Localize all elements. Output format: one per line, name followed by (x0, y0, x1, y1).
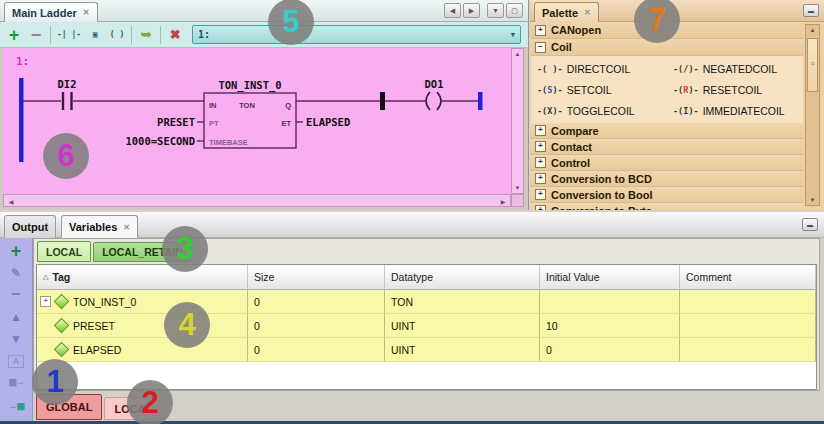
expand-icon[interactable]: + (40, 296, 51, 307)
scroll-right-icon[interactable]: ▶ (498, 198, 508, 205)
palette-category-contact[interactable]: + Contact (531, 139, 803, 155)
scroll-up-icon[interactable]: ▲ (806, 27, 819, 33)
datatype-cell[interactable]: UINT (385, 314, 540, 337)
initial-value-cell[interactable] (540, 290, 680, 313)
ladder-horizontal-scrollbar[interactable]: ◀ ▶ (3, 194, 511, 207)
column-header-comment[interactable]: Comment (680, 265, 816, 289)
expand-icon[interactable]: + (535, 25, 546, 36)
column-header-size[interactable]: Size (248, 265, 385, 289)
tab-main-ladder[interactable]: Main Ladder ✕ (4, 2, 98, 22)
datatype-cell[interactable]: TON (385, 290, 540, 313)
palette-category-conversion-bcd[interactable]: + Conversion to BCD (531, 171, 803, 187)
remove-variable-button[interactable]: − (4, 285, 28, 305)
block-instance-label[interactable]: TON_INST_0 (218, 79, 281, 92)
tag-cell[interactable]: ELAPSED (37, 338, 248, 361)
contact-symbol[interactable] (63, 92, 72, 110)
comment-cell[interactable] (680, 314, 816, 337)
ladder-tabbar: Main Ladder ✕ ◀ ▶ ▼ ▢ (0, 0, 528, 22)
tab-list-dropdown-button[interactable]: ▼ (487, 3, 504, 18)
move-down-button[interactable]: ▼ (4, 329, 28, 349)
rename-button[interactable]: A (8, 355, 24, 368)
tag-cell[interactable]: + TON_INST_0 (37, 290, 248, 313)
column-header-initial-value[interactable]: Initial Value (540, 265, 680, 289)
insert-function-block-button[interactable]: ▣ (85, 25, 105, 45)
tag-cell[interactable]: PRESET (37, 314, 248, 337)
link-selection-marker[interactable] (380, 92, 385, 110)
coil-items-grid: -( )- DIRECTCOIL -(/)- NEGATEDCOIL -(S)-… (531, 56, 803, 123)
contact-operand-label[interactable]: DI2 (58, 78, 77, 90)
minimize-button[interactable]: ▬ (803, 4, 819, 17)
scroll-down-icon[interactable]: ▼ (806, 197, 819, 203)
maximize-button[interactable]: ▢ (506, 3, 523, 18)
palette-item-togglecoil[interactable]: -(X)- TOGGLECOIL (537, 100, 673, 121)
palette-item-immediatecoil[interactable]: -(I)- IMMEDIATECOIL (673, 100, 803, 121)
palette-item-setcoil[interactable]: -(S)- SETCOIL (537, 79, 673, 100)
import-table-button[interactable]: →▦ (4, 396, 28, 416)
initial-value-cell[interactable]: 10 (540, 314, 680, 337)
palette-category-coil[interactable]: − Coil (531, 39, 803, 56)
add-variable-button[interactable]: + (4, 241, 28, 261)
coil-symbol[interactable] (426, 92, 441, 110)
ladder-vertical-scrollbar[interactable]: ▲ ▼ (511, 48, 524, 194)
paste-button[interactable]: ➥ (136, 25, 156, 45)
close-icon[interactable]: ✕ (123, 223, 130, 232)
remove-rung-button[interactable]: − (26, 25, 46, 45)
size-cell[interactable]: 0 (248, 290, 385, 313)
palette-category-conversion-bool[interactable]: + Conversion to Bool (531, 187, 803, 203)
minimize-button[interactable]: ▬ (802, 218, 818, 231)
expand-icon[interactable]: + (535, 125, 546, 136)
table-row[interactable]: + TON_INST_0 0 TON (37, 290, 816, 314)
timebase-operand-label[interactable]: 1000=SECOND (125, 135, 195, 147)
tab-palette[interactable]: Palette ✕ (534, 2, 599, 22)
tab-local[interactable]: LOCAL (37, 241, 91, 262)
size-cell[interactable]: 0 (248, 338, 385, 361)
expand-icon[interactable]: + (535, 141, 546, 152)
comment-cell[interactable] (680, 290, 816, 313)
expand-icon[interactable]: + (535, 173, 546, 184)
table-row[interactable]: ELAPSED 0 UINT 0 (37, 338, 816, 362)
column-header-tag[interactable]: △ Tag (37, 265, 248, 289)
move-up-button[interactable]: ▲ (4, 307, 28, 327)
delete-button[interactable]: ✖ (165, 25, 185, 45)
close-icon[interactable]: ✕ (584, 8, 591, 17)
tab-output[interactable]: Output (4, 215, 56, 238)
tab-main-ladder-label: Main Ladder (12, 7, 77, 19)
palette-category-conversion-byte[interactable]: + Conversion to Byte (531, 203, 803, 210)
size-cell[interactable]: 0 (248, 314, 385, 337)
column-header-datatype[interactable]: Datatype (385, 265, 540, 289)
scroll-down-icon[interactable]: ▼ (512, 185, 523, 191)
expand-icon[interactable]: + (535, 157, 546, 168)
expand-icon[interactable]: + (535, 189, 546, 200)
coil-operand-label[interactable]: DO1 (425, 78, 444, 90)
rung-selector-combobox[interactable]: 1: ▼ (192, 25, 521, 44)
palette-item-negatedcoil[interactable]: -(/)- NEGATEDCOIL (673, 58, 803, 79)
palette-scrollbar[interactable]: ▲ ≡ ▼ (805, 24, 820, 206)
tab-variables[interactable]: Variables ✕ (61, 215, 138, 238)
add-rung-button[interactable]: + (4, 25, 24, 45)
table-row[interactable]: PRESET 0 UINT 10 (37, 314, 816, 338)
palette-category-compare[interactable]: + Compare (531, 123, 803, 139)
insert-contact-button[interactable]: -| |- (55, 25, 83, 45)
collapse-icon[interactable]: − (535, 42, 546, 53)
toolbar-separator (50, 26, 51, 44)
palette-category-control[interactable]: + Control (531, 155, 803, 171)
comment-cell[interactable] (680, 338, 816, 361)
palette-item-directcoil[interactable]: -( )- DIRECTCOIL (537, 58, 673, 79)
scroll-tabs-left-button[interactable]: ◀ (444, 3, 461, 18)
scroll-left-icon[interactable]: ◀ (6, 198, 16, 205)
insert-coil-button[interactable]: ( ) (107, 25, 127, 45)
chevron-down-icon[interactable]: ▼ (511, 31, 515, 39)
right-power-rail (478, 92, 483, 110)
et-operand-label[interactable]: ELAPSED (306, 116, 350, 128)
scroll-up-icon[interactable]: ▲ (512, 51, 523, 57)
pt-operand-label[interactable]: PRESET (157, 116, 195, 128)
palette-item-resetcoil[interactable]: -(R)- RESETCOIL (673, 79, 803, 100)
scrollbar-thumb[interactable]: ≡ (807, 38, 818, 92)
initial-value-cell[interactable]: 0 (540, 338, 680, 361)
edit-variable-button[interactable]: ✎ (4, 263, 28, 283)
expand-icon[interactable]: + (535, 205, 546, 210)
scroll-tabs-right-button[interactable]: ▶ (463, 3, 480, 18)
export-table-button[interactable]: ▦→ (4, 372, 28, 392)
datatype-cell[interactable]: UINT (385, 338, 540, 361)
close-icon[interactable]: ✕ (83, 8, 90, 17)
